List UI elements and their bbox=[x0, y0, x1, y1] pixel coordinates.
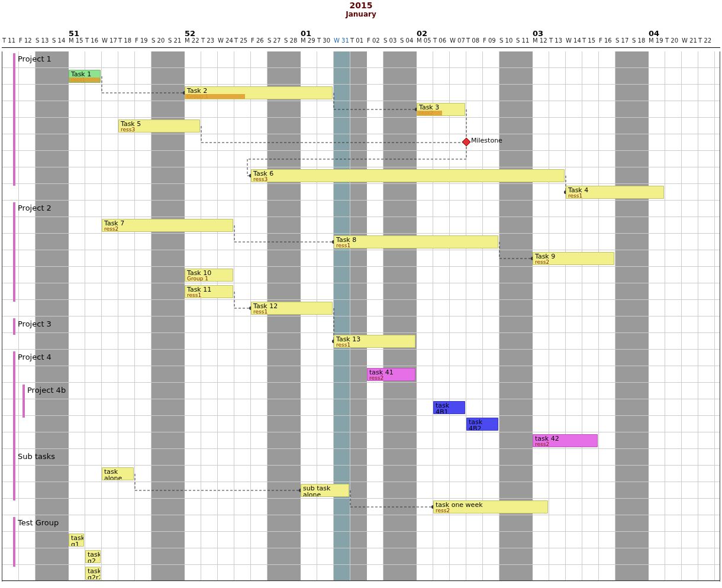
gantt-row bbox=[2, 482, 720, 499]
day-header: T 18 bbox=[118, 37, 134, 47]
task-resource: ress3 bbox=[253, 176, 562, 182]
gantt-row bbox=[2, 416, 720, 432]
day-header: W 21 bbox=[681, 37, 698, 47]
task-bar[interactable]: task 42ress2 bbox=[533, 434, 598, 447]
task-bar[interactable]: Task 4ress1 bbox=[566, 186, 664, 199]
svg-marker-0 bbox=[462, 138, 470, 146]
week-header bbox=[449, 29, 466, 37]
week-header bbox=[399, 29, 416, 37]
task-bar[interactable]: Task 1ress1 bbox=[69, 70, 101, 83]
day-header: M 15 bbox=[68, 37, 85, 47]
task-resource: ress2 bbox=[535, 259, 612, 265]
task-bar[interactable]: task aloneress3 / ress1 bbox=[102, 467, 134, 480]
day-header: M 22 bbox=[184, 37, 201, 47]
week-header bbox=[681, 29, 698, 37]
task-bar[interactable]: task 4B2ress1 bbox=[466, 418, 498, 431]
day-header: F 16 bbox=[598, 37, 615, 47]
project-label: Project 1 bbox=[18, 54, 51, 63]
week-header: 02 bbox=[416, 29, 433, 37]
task-bar[interactable]: task 41ress2 bbox=[367, 368, 415, 381]
week-header bbox=[482, 29, 499, 37]
task-bar[interactable]: task 4B1ress2 bbox=[433, 401, 465, 414]
gantt-row bbox=[2, 432, 720, 449]
project-label: Test Group bbox=[18, 518, 59, 527]
task-bar[interactable]: task g2r2ress2 bbox=[85, 567, 101, 580]
week-header bbox=[2, 29, 18, 37]
week-header bbox=[167, 29, 184, 37]
task-bar[interactable]: Task 10Group 1 bbox=[185, 269, 233, 282]
gantt-row bbox=[2, 51, 720, 68]
week-header bbox=[317, 29, 333, 37]
gantt-row bbox=[2, 316, 720, 333]
milestone-icon[interactable] bbox=[462, 138, 470, 146]
week-header: 52 bbox=[184, 29, 201, 37]
day-header: F 19 bbox=[134, 37, 151, 47]
week-header bbox=[366, 29, 383, 37]
day-header: M 19 bbox=[648, 37, 665, 47]
task-bar[interactable]: Task 2Group 1 bbox=[185, 86, 333, 99]
day-header: T 22 bbox=[698, 37, 714, 47]
week-header: 04 bbox=[648, 29, 665, 37]
task-late-marker bbox=[498, 238, 498, 244]
task-bar[interactable]: Task 6ress3 bbox=[251, 169, 565, 182]
week-header bbox=[582, 29, 598, 37]
task-bar[interactable]: sub task aloneress2 bbox=[301, 484, 349, 497]
gantt-body: Project 1Project 2Project 3Project 4Proj… bbox=[2, 51, 720, 581]
task-name: task alone bbox=[104, 468, 122, 480]
task-bar[interactable]: Task 12ress1 bbox=[251, 302, 333, 315]
day-header: T 13 bbox=[549, 37, 565, 47]
task-bar[interactable]: Task 9ress2 bbox=[533, 252, 614, 265]
gantt-row bbox=[2, 151, 720, 167]
day-header: S 18 bbox=[631, 37, 648, 47]
day-header: S 11 bbox=[515, 37, 532, 47]
task-bar[interactable]: Task 7ress2 bbox=[102, 219, 233, 232]
week-header bbox=[267, 29, 283, 37]
gantt-row bbox=[2, 449, 720, 466]
gantt-row bbox=[2, 85, 720, 101]
week-header bbox=[18, 29, 35, 37]
task-bar[interactable]: Task 5ress3 bbox=[118, 119, 200, 133]
gantt-row bbox=[2, 134, 720, 151]
task-bar[interactable]: task g1Group 1 bbox=[69, 534, 84, 547]
day-header: W 14 bbox=[565, 37, 582, 47]
week-header bbox=[201, 29, 217, 37]
task-bar[interactable]: task g2Group 1 bbox=[85, 550, 101, 563]
week-header bbox=[118, 29, 134, 37]
project-bar bbox=[13, 517, 15, 567]
task-name: task 4B1 bbox=[436, 402, 449, 414]
week-header bbox=[565, 29, 582, 37]
project-label: Project 2 bbox=[18, 203, 51, 212]
day-header: M 05 bbox=[416, 37, 433, 47]
day-header: S 28 bbox=[283, 37, 300, 47]
task-name: task 4B2 bbox=[469, 418, 482, 431]
project-label: Sub tasks bbox=[18, 452, 55, 461]
gantt-row bbox=[2, 565, 720, 581]
week-header bbox=[85, 29, 101, 37]
week-header bbox=[101, 29, 118, 37]
project-bar bbox=[13, 53, 15, 186]
gantt-row bbox=[2, 201, 720, 217]
project-label: Project 4 bbox=[18, 353, 51, 361]
task-bar[interactable]: Task 11ress1 bbox=[185, 285, 233, 298]
day-header: S 21 bbox=[167, 37, 184, 47]
gantt-row bbox=[2, 300, 720, 316]
week-header: 03 bbox=[532, 29, 549, 37]
day-header: W 07 bbox=[449, 37, 466, 47]
task-resource: ress1 bbox=[253, 309, 330, 315]
week-header bbox=[698, 29, 714, 37]
gantt-row bbox=[2, 68, 720, 85]
task-bar[interactable]: Task 13ress1 bbox=[334, 335, 415, 348]
week-header bbox=[250, 29, 267, 37]
day-header: T 15 bbox=[582, 37, 598, 47]
gantt-row bbox=[2, 283, 720, 300]
task-bar[interactable]: Task 3ress2 bbox=[417, 103, 465, 116]
task-bar[interactable]: task one weekress2 bbox=[433, 500, 548, 513]
day-header: M 29 bbox=[300, 37, 317, 47]
day-header: T 01 bbox=[350, 37, 366, 47]
week-header bbox=[549, 29, 565, 37]
week-header bbox=[217, 29, 234, 37]
task-resource: ress3 bbox=[121, 127, 198, 133]
task-bar[interactable]: Task 8ress1 bbox=[334, 235, 498, 248]
gantt-row bbox=[2, 548, 720, 565]
project-bar bbox=[13, 351, 15, 467]
